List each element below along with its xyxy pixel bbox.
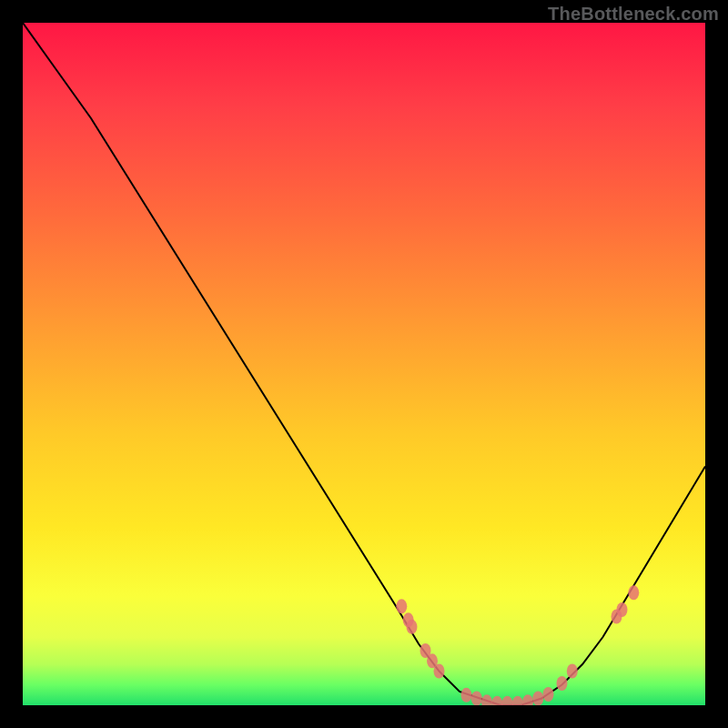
chart-markers bbox=[396, 585, 639, 705]
chart-marker bbox=[617, 602, 628, 617]
chart-marker bbox=[481, 694, 492, 705]
chart-marker bbox=[557, 676, 568, 691]
chart-marker bbox=[567, 664, 578, 679]
chart-stage: TheBottleneck.com bbox=[0, 0, 728, 728]
chart-marker bbox=[471, 692, 482, 706]
chart-marker bbox=[543, 687, 554, 702]
chart-marker bbox=[396, 599, 407, 613]
chart-curve bbox=[23, 23, 705, 705]
watermark-text: TheBottleneck.com bbox=[548, 4, 719, 25]
chart-marker bbox=[512, 696, 523, 705]
chart-marker bbox=[407, 620, 418, 634]
chart-marker bbox=[434, 664, 445, 679]
chart-marker bbox=[628, 585, 639, 600]
chart-svg bbox=[23, 23, 705, 705]
chart-marker bbox=[522, 694, 533, 705]
chart-plot-area bbox=[23, 23, 705, 705]
chart-marker bbox=[532, 692, 543, 706]
chart-marker bbox=[461, 688, 472, 703]
chart-marker bbox=[502, 696, 513, 705]
chart-marker bbox=[491, 696, 502, 705]
